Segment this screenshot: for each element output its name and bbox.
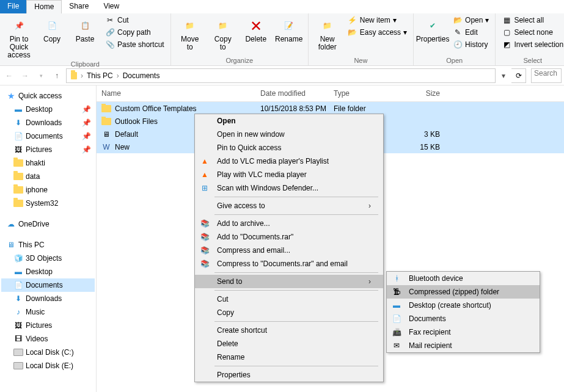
sendto-bluetooth[interactable]: ᚼBluetooth device [387,272,540,285]
nav-data[interactable]: data [1,170,95,183]
nav-desktop[interactable]: ▬Desktop📌 [1,103,95,116]
nav-videos[interactable]: 🎞Videos [1,332,95,346]
ctx-properties[interactable]: Properties [195,368,383,382]
crumb-this-pc[interactable]: This PC [85,71,115,80]
nav-onedrive[interactable]: ☁OneDrive [1,217,95,231]
nav-documents-qa[interactable]: 📄Documents📌 [1,129,95,143]
crumb-documents[interactable]: Documents [121,71,162,80]
copy-button[interactable]: 📄Copy [37,15,67,45]
ctx-add-archive[interactable]: 📚Add to archive... [195,217,383,230]
nav-documents[interactable]: 📄Documents [1,278,95,292]
ctx-compress-email[interactable]: 📚Compress and email... [195,244,383,257]
select-none-button[interactable]: ▢Select none [499,27,564,38]
ctx-cut[interactable]: Cut [195,292,383,306]
ctx-give-access[interactable]: Give access to› [195,199,383,212]
refresh-button[interactable]: ⟳ [511,68,526,83]
tab-home[interactable]: Home [26,0,62,13]
desktop-icon: ▬ [13,267,23,277]
up-button[interactable]: ↑ [50,69,64,82]
pin-quick-access-button[interactable]: 📌Pin to Quick access [4,15,34,60]
history-button[interactable]: 🕘History [450,39,491,50]
select-none-icon: ▢ [502,27,511,37]
col-name[interactable]: Name [97,85,255,101]
col-type[interactable]: Type [329,85,396,101]
nav-bhakti[interactable]: bhakti [1,156,95,170]
ribbon-tabs: File Home Share View [0,0,564,13]
copy-path-button[interactable]: 🔗Copy path [103,27,167,38]
col-date[interactable]: Date modified [255,85,329,101]
ctx-compress-docs-email[interactable]: 📚Compress to "Documents.rar" and email [195,257,383,270]
nav-quick-access[interactable]: ★Quick access [1,89,95,103]
edit-button[interactable]: ✎Edit [450,27,491,38]
nav-downloads-pc[interactable]: ⬇Downloads [1,292,95,305]
nav-local-e[interactable]: Local Disk (E:) [1,359,95,372]
star-icon: ★ [6,91,16,101]
disk-icon [13,347,23,357]
properties-button[interactable]: ✔Properties [417,15,448,45]
cut-button[interactable]: ✂Cut [103,15,167,26]
nav-downloads[interactable]: ⬇Downloads📌 [1,116,95,129]
breadcrumb[interactable]: › This PC › Documents [66,68,496,83]
navigation-pane: ★Quick access ▬Desktop📌 ⬇Downloads📌 📄Doc… [0,85,97,392]
ctx-open-new-window[interactable]: Open in new window [195,128,383,141]
chevron-down-icon: ▾ [403,28,407,37]
chevron-right-icon: › [79,71,85,80]
sendto-fax[interactable]: 📠Fax recipient [387,325,540,339]
back-button[interactable]: ← [2,69,16,82]
pin-icon: 📌 [82,145,91,154]
move-to-button[interactable]: 📁Move to [175,15,205,53]
nav-desktop-pc[interactable]: ▬Desktop [1,265,95,278]
paste-button[interactable]: 📋Paste [70,15,100,45]
delete-button[interactable]: ✕Delete [241,15,271,45]
search-input[interactable]: Search [531,68,562,83]
ctx-vlc-play[interactable]: ▲Play with VLC media player [195,168,383,181]
ctx-add-documents-rar[interactable]: 📚Add to "Documents.rar" [195,230,383,244]
sendto-mail[interactable]: ✉Mail recipient [387,339,540,352]
ctx-rename[interactable]: Rename [195,350,383,364]
recent-button[interactable]: ▾ [34,69,48,82]
invert-selection-button[interactable]: ◩Invert selection [499,39,564,50]
nav-local-c[interactable]: Local Disk (C:) [1,346,95,359]
ctx-defender[interactable]: ⊞Scan with Windows Defender... [195,181,383,195]
new-item-button[interactable]: ⚡New item ▾ [345,15,409,26]
nav-pictures-pc[interactable]: 🖼Pictures [1,319,95,332]
ctx-delete[interactable]: Delete [195,337,383,350]
forward-button[interactable]: → [18,69,32,82]
ctx-open[interactable]: Open [195,114,383,128]
open-button[interactable]: 📂Open ▾ [450,15,491,26]
paste-shortcut-button[interactable]: 📎Paste shortcut [103,39,167,50]
nav-pictures-qa[interactable]: 🖼Pictures📌 [1,143,95,156]
tab-view[interactable]: View [96,0,126,13]
ctx-vlc-playlist[interactable]: ▲Add to VLC media player's Playlist [195,154,383,168]
easy-access-button[interactable]: 📂Easy access ▾ [345,27,409,38]
ctx-send-to[interactable]: Send to› [195,275,383,288]
new-folder-button[interactable]: 📁New folder [312,15,343,53]
cloud-icon: ☁ [6,219,16,229]
folder-icon [101,117,111,126]
folder-icon [13,158,23,168]
sendto-documents[interactable]: 📄Documents [387,312,540,325]
address-dropdown[interactable]: ▾ [498,71,509,80]
ctx-pin-quick-access[interactable]: Pin to Quick access [195,141,383,154]
chevron-right-icon: › [368,277,371,286]
nav-3d-objects[interactable]: 🧊3D Objects [1,252,95,265]
col-size[interactable]: Size [396,85,445,101]
sendto-desktop-shortcut[interactable]: ▬Desktop (create shortcut) [387,299,540,312]
nav-iphone[interactable]: iphone [1,183,95,197]
easy-access-icon: 📂 [348,27,357,37]
download-icon: ⬇ [13,294,23,303]
shield-icon: ⊞ [197,184,212,192]
winrar-icon: 📚 [197,260,212,268]
file-row[interactable]: Custom Office Templates 10/15/2018 8:53 … [97,102,564,115]
nav-this-pc[interactable]: 🖥This PC [1,238,95,252]
ctx-copy[interactable]: Copy [195,306,383,319]
nav-system32[interactable]: System32 [1,197,95,210]
tab-file[interactable]: File [0,0,26,13]
tab-share[interactable]: Share [62,0,96,13]
nav-music[interactable]: ♪Music [1,305,95,319]
sendto-compressed-zip[interactable]: 🗜Compressed (zipped) folder [387,285,540,299]
rename-button[interactable]: 📝Rename [274,15,304,45]
copy-to-button[interactable]: 📁Copy to [208,15,238,53]
ctx-create-shortcut[interactable]: Create shortcut [195,324,383,337]
select-all-button[interactable]: ▦Select all [499,15,564,26]
